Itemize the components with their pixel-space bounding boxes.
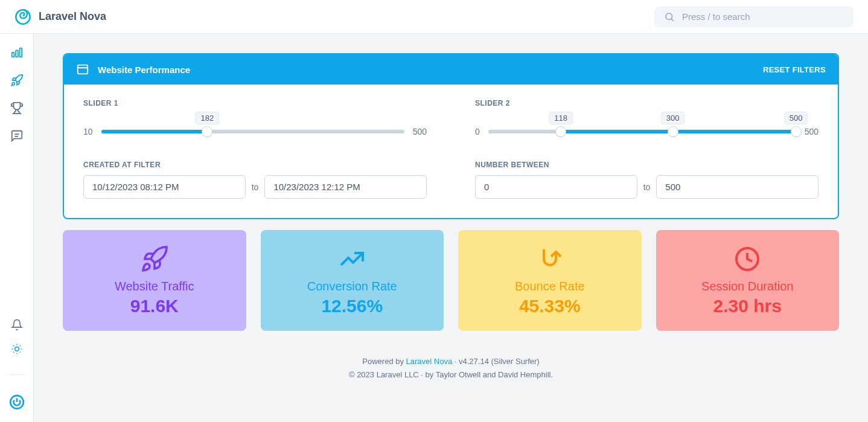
number-from[interactable] (475, 175, 637, 199)
svg-rect-4 (16, 50, 18, 57)
card-bounce-title: Bounce Rate (468, 280, 632, 293)
created-at-from[interactable] (83, 175, 246, 199)
window-icon (76, 63, 89, 76)
chart-bar-icon (10, 46, 24, 59)
svg-line-11 (13, 345, 14, 346)
card-bounce-value: 45.33% (468, 296, 632, 316)
number-between-filter: NUMBER BETWEEN to (475, 161, 819, 199)
bell-icon (11, 319, 23, 331)
nav-rocket[interactable] (10, 74, 24, 87)
trophy-icon (10, 101, 24, 115)
clock-icon (666, 245, 830, 273)
main-content: Website Performance RESET FILTERS SLIDER… (34, 34, 868, 401)
created-at-filter: CREATED AT FILTER to (83, 161, 427, 199)
slider2-tooltip-1: 118 (549, 112, 573, 124)
to-label-2: to (643, 182, 651, 192)
performance-panel: Website Performance RESET FILTERS SLIDER… (63, 53, 839, 219)
footer-prefix: Powered by (362, 357, 406, 366)
power-icon (9, 394, 25, 401)
rocket-icon (10, 74, 24, 87)
number-between-label: NUMBER BETWEEN (475, 161, 819, 169)
slider2-thumb-3[interactable] (791, 126, 802, 137)
sidebar (0, 34, 34, 401)
metric-cards: Website Traffic 91.6K Conversion Rate 12… (63, 230, 839, 331)
svg-point-1 (666, 13, 672, 20)
slider2-filter: SLIDER 2 0 118 300 500 500 (475, 99, 819, 136)
slider2-max: 500 (805, 127, 819, 136)
slider2-thumb-2[interactable] (668, 126, 678, 137)
nav-theme[interactable] (11, 343, 23, 355)
svg-point-8 (14, 347, 19, 351)
card-session-title: Session Duration (666, 280, 830, 293)
footer: Powered by Laravel Nova · v4.27.14 (Silv… (63, 355, 839, 382)
card-conversion: Conversion Rate 12.56% (261, 230, 444, 331)
sun-icon (11, 343, 23, 355)
card-session: Session Duration 2.30 hrs (656, 230, 840, 331)
nav-notifications[interactable] (11, 319, 23, 331)
panel-header: Website Performance RESET FILTERS (64, 54, 838, 85)
svg-rect-19 (78, 65, 88, 74)
footer-nova-link[interactable]: Laravel Nova (406, 357, 453, 366)
slider1-max: 500 (413, 127, 427, 136)
footer-version: · v4.27.14 (Silver Surfer) (452, 357, 540, 366)
nav-chat[interactable] (10, 129, 24, 142)
slider1-filter: SLIDER 1 10 182 500 (83, 99, 427, 136)
number-to[interactable] (656, 175, 819, 199)
created-at-to[interactable] (264, 175, 427, 199)
slider1-min: 10 (83, 127, 93, 136)
svg-line-16 (19, 345, 20, 346)
slider2-min: 0 (475, 127, 480, 136)
slider1-fill (101, 130, 208, 133)
panel-body: SLIDER 1 10 182 500 SLIDER 2 (64, 85, 838, 218)
footer-copyright: © 2023 Laravel LLC · by Taylor Otwell an… (63, 368, 839, 382)
slider2-label: SLIDER 2 (475, 99, 819, 107)
card-conversion-title: Conversion Rate (270, 280, 435, 293)
u-turn-icon (468, 245, 632, 273)
card-bounce: Bounce Rate 45.33% (458, 230, 642, 331)
search-icon (664, 11, 675, 22)
slider2-tooltip-2: 300 (661, 112, 685, 124)
nav-power[interactable] (9, 394, 25, 401)
nav-dashboard[interactable] (10, 46, 24, 59)
card-session-value: 2.30 hrs (666, 296, 830, 316)
topbar: Laravel Nova (0, 0, 868, 34)
search-wrap (654, 7, 854, 27)
slider2-track[interactable]: 118 300 500 (488, 130, 796, 133)
card-traffic-title: Website Traffic (72, 280, 237, 293)
svg-line-12 (19, 352, 20, 353)
swirl-icon (14, 8, 31, 25)
svg-rect-3 (11, 53, 14, 57)
slider2[interactable]: 0 118 300 500 500 (475, 127, 819, 136)
card-traffic: Website Traffic 91.6K (63, 230, 246, 331)
slider1-track[interactable]: 182 (101, 130, 404, 133)
slider2-fill (561, 130, 796, 133)
created-at-label: CREATED AT FILTER (83, 161, 427, 169)
svg-line-2 (671, 19, 673, 21)
logo[interactable]: Laravel Nova (14, 8, 106, 25)
slider1-tooltip: 182 (195, 112, 219, 124)
card-traffic-value: 91.6K (72, 296, 237, 316)
slider1[interactable]: 10 182 500 (83, 127, 427, 136)
card-conversion-value: 12.56% (270, 296, 435, 316)
search-box[interactable] (654, 7, 854, 27)
slider1-thumb[interactable] (202, 126, 212, 137)
search-input[interactable] (682, 11, 844, 22)
slider2-thumb-1[interactable] (555, 126, 566, 137)
nav-trophy[interactable] (10, 101, 24, 115)
panel-title: Website Performance (98, 65, 190, 75)
svg-line-15 (13, 352, 14, 353)
slider1-label: SLIDER 1 (83, 99, 427, 107)
to-label-1: to (252, 182, 259, 192)
rocket-icon (72, 245, 237, 273)
trend-up-icon (270, 245, 435, 273)
brand-text: Laravel Nova (39, 10, 106, 23)
svg-rect-5 (19, 48, 22, 57)
chat-icon (10, 129, 24, 142)
slider2-tooltip-3: 500 (784, 112, 808, 124)
divider (9, 374, 25, 375)
reset-filters-button[interactable]: RESET FILTERS (763, 65, 826, 74)
